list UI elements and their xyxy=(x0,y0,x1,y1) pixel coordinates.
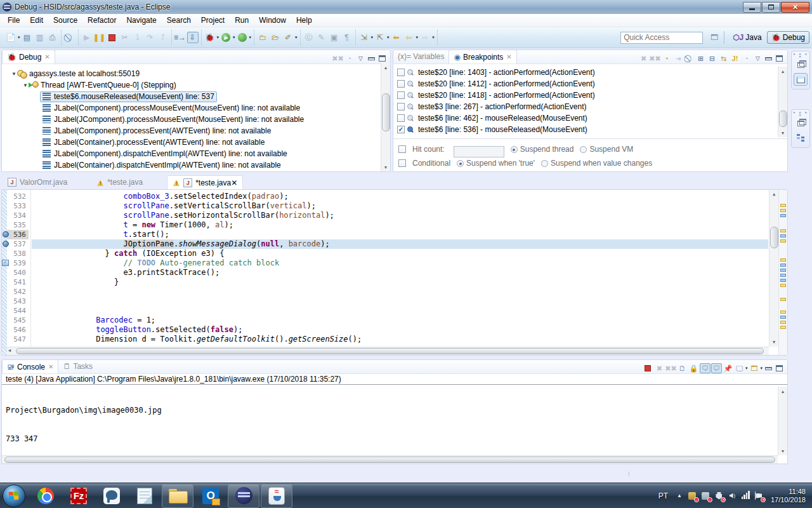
occurrence-marker[interactable] xyxy=(780,214,786,217)
breakpoint-checkbox[interactable] xyxy=(397,114,405,122)
minimize-view-icon[interactable] xyxy=(765,367,772,370)
debug-launch-dropdown[interactable]: ▾ xyxy=(217,35,219,40)
coverage-dropdown[interactable]: ▾ xyxy=(249,35,252,40)
sync-blocked-icon[interactable]: – xyxy=(687,490,698,501)
menu-project[interactable]: Project xyxy=(196,15,230,26)
warning-marker[interactable] xyxy=(780,326,786,329)
menu-refactor[interactable]: Refactor xyxy=(82,15,121,26)
back-dropdown[interactable]: ▾ xyxy=(416,35,419,40)
menu-source[interactable]: Source xyxy=(48,15,82,26)
tasks-view-tab[interactable]: 🗒 Tasks xyxy=(58,359,97,373)
last-edit-dropdown[interactable]: ▾ xyxy=(371,35,374,40)
step-return-icon[interactable]: ⤴ xyxy=(157,32,169,43)
menu-run[interactable]: Run xyxy=(230,15,254,26)
breakpoint-row[interactable]: teste$20 [line: 1403] - actionPerformed(… xyxy=(393,67,787,78)
menu-file[interactable]: File xyxy=(3,15,25,26)
remove-terminated-icon[interactable]: ✖✖ xyxy=(332,53,343,64)
debug-thread-row[interactable]: ▼ Thread [AWT-EventQueue-0] (Stepping) xyxy=(11,79,390,91)
debug-view-extra-icon[interactable]: ◔ xyxy=(344,53,355,64)
save-icon[interactable]: ▤ xyxy=(22,32,33,43)
start-button[interactable] xyxy=(3,485,25,507)
line-number[interactable]: 545 xyxy=(7,316,29,325)
stack-frame-row[interactable]: JLabel(JComponent).processMouseEvent(Mou… xyxy=(11,114,390,125)
action-center-flag-icon[interactable]: ✕ xyxy=(754,490,764,501)
occurrence-marker[interactable] xyxy=(780,316,786,319)
open-console-icon[interactable]: 🗔 xyxy=(749,363,759,373)
suspend-true-radio[interactable] xyxy=(457,160,464,167)
run-launch-dropdown[interactable]: ▾ xyxy=(233,35,235,40)
line-number[interactable]: 536 xyxy=(7,230,29,239)
menu-window[interactable]: Window xyxy=(254,15,291,26)
taskbar-java-button[interactable] xyxy=(261,484,292,508)
menu-help[interactable]: Help xyxy=(291,15,317,26)
breakpoints-scrollbar[interactable]: ▲ ▼ xyxy=(778,67,787,137)
terminate-console-icon[interactable] xyxy=(643,363,653,373)
collapse-all-icon[interactable]: ⊟ xyxy=(707,53,717,64)
collapse-icon[interactable]: ▼ xyxy=(11,71,17,77)
breakpoint-dot-icon[interactable] xyxy=(3,231,9,237)
breakpoint-row[interactable]: teste$3 [line: 267] - actionPerformed(Ac… xyxy=(393,101,787,112)
step-over-icon[interactable]: ↷ xyxy=(145,32,156,43)
breakpoint-row[interactable]: teste$20 [line: 1418] - actionPerformed(… xyxy=(393,90,787,101)
maximize-view-icon[interactable] xyxy=(776,365,783,371)
device-blocked-icon[interactable]: – xyxy=(700,490,711,501)
warning-marker[interactable] xyxy=(780,229,786,232)
line-number[interactable]: 539 xyxy=(7,258,29,268)
restore-view-button[interactable] xyxy=(794,117,808,130)
run-launch-icon[interactable]: ▶ xyxy=(220,32,232,43)
back-history-icon[interactable]: ⬅ xyxy=(391,32,402,43)
show-full-paths-icon[interactable]: ⇩ xyxy=(187,32,199,43)
skip-breakpoints-icon[interactable]: ⃠ xyxy=(64,32,75,43)
print-icon[interactable]: ⎙ xyxy=(47,32,58,43)
occurrence-marker[interactable] xyxy=(780,264,786,267)
line-number[interactable]: 542 xyxy=(7,287,29,297)
show-whitespace-icon[interactable]: ¶ xyxy=(341,32,353,43)
display-console-icon[interactable]: 🖵 xyxy=(734,363,745,373)
maximize-view-icon[interactable] xyxy=(379,55,386,62)
volume-icon[interactable]: ) xyxy=(727,490,738,501)
editor-tab-teste-1[interactable]: *teste.java xyxy=(91,175,148,189)
search-icon[interactable]: ✐ xyxy=(282,32,294,43)
show-stdout-icon[interactable]: 🗨 xyxy=(700,363,710,373)
breakpoint-checkbox[interactable] xyxy=(397,103,405,110)
debug-view-tab[interactable]: 🐞 Debug ✕ xyxy=(2,50,55,64)
show-stderr-icon[interactable]: 🗩 xyxy=(711,363,722,373)
new-dropdown[interactable]: ▾ xyxy=(18,35,20,40)
new-class-icon[interactable]: ⓒ xyxy=(303,32,315,43)
console-scrollbar-horizontal[interactable] xyxy=(2,455,778,464)
overview-ruler[interactable] xyxy=(778,190,787,355)
warning-marker[interactable] xyxy=(780,311,786,314)
breakpoint-row[interactable]: ✓teste$6 [line: 536] - mouseReleased(Mou… xyxy=(393,124,787,135)
warning-marker[interactable] xyxy=(780,239,786,243)
resume-icon[interactable]: ▶ xyxy=(81,32,93,43)
stack-frame-row[interactable]: JLabel(Component).processEvent(AWTEvent)… xyxy=(11,125,390,137)
restore-button[interactable] xyxy=(762,2,780,13)
line-number[interactable]: 547 xyxy=(7,335,29,344)
close-icon[interactable]: ✕ xyxy=(44,53,49,60)
console-view-tab[interactable]: 🖳 Console ✕ xyxy=(2,359,58,373)
show-hidden-icons-button[interactable]: ▲ xyxy=(673,493,686,498)
minimized-view-button[interactable] xyxy=(794,73,808,86)
expand-all-icon[interactable]: ⊞ xyxy=(695,53,706,64)
warning-marker[interactable] xyxy=(780,204,786,207)
language-indicator[interactable]: PT xyxy=(653,491,673,500)
stack-frame-row[interactable]: JLabel(Component).processMouseEvent(Mous… xyxy=(11,102,390,114)
menu-search[interactable]: Search xyxy=(162,15,196,26)
occurrence-marker[interactable] xyxy=(780,269,786,272)
close-icon[interactable]: ✕ xyxy=(506,53,511,60)
tray-clock[interactable]: 11:48 17/10/2018 xyxy=(766,488,812,504)
view-menu-icon[interactable]: ▽ xyxy=(355,53,366,64)
line-number[interactable]: 534 xyxy=(7,211,29,220)
restore-view-button[interactable] xyxy=(794,58,808,71)
show-supported-icon[interactable]: ◔ xyxy=(661,53,672,64)
line-number[interactable]: 538 xyxy=(7,249,29,258)
warning-marker[interactable] xyxy=(780,284,786,287)
breakpoint-checkbox[interactable] xyxy=(397,80,405,88)
perspective-debug-button[interactable]: 🐞 Debug xyxy=(767,31,809,44)
skip-all-icon[interactable]: ⃠ xyxy=(684,53,695,64)
breakpoint-checkbox[interactable] xyxy=(397,69,405,76)
line-number[interactable]: 537 xyxy=(7,239,29,249)
goto-annotation-icon[interactable]: ⇱ xyxy=(374,32,386,43)
hit-count-checkbox[interactable] xyxy=(398,145,406,153)
occurrence-marker[interactable] xyxy=(780,279,786,282)
